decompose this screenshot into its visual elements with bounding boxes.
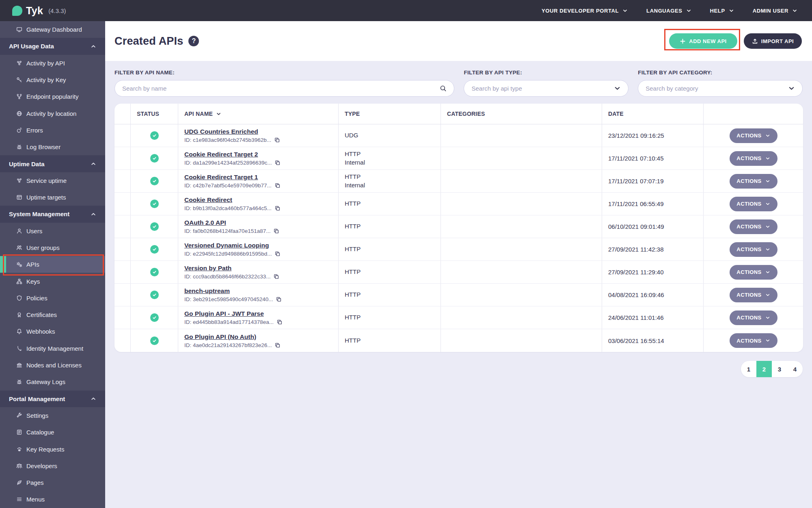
copy-icon[interactable] bbox=[276, 296, 282, 302]
api-name-link[interactable]: Version by Path bbox=[184, 265, 231, 272]
actions-button[interactable]: ACTIONS bbox=[730, 242, 777, 257]
api-name-link[interactable]: Cookie Redirect Target 2 bbox=[184, 151, 258, 158]
sidebar-section-system-management[interactable]: System Management bbox=[0, 206, 105, 222]
topnav-item-languages[interactable]: LANGUAGES bbox=[646, 8, 691, 14]
page-button-2[interactable]: 2 bbox=[756, 361, 772, 377]
filter-select-category[interactable]: Search by category bbox=[638, 80, 803, 97]
sidebar-item-webhooks[interactable]: Webhooks bbox=[0, 323, 105, 340]
copy-icon[interactable] bbox=[276, 319, 283, 325]
api-name-link[interactable]: OAuth 2.0 API bbox=[184, 219, 226, 226]
sidebar-item-gateway-logs[interactable]: Gateway Logs bbox=[0, 373, 105, 390]
copy-icon[interactable] bbox=[273, 228, 279, 234]
api-name-link[interactable]: bench-uptream bbox=[184, 287, 230, 295]
copy-icon[interactable] bbox=[273, 274, 279, 280]
sidebar-item-errors[interactable]: Errors bbox=[0, 122, 105, 139]
page-title: Created APIs bbox=[114, 35, 183, 48]
copy-icon[interactable] bbox=[274, 342, 281, 348]
sidebar-item-service-uptime[interactable]: Service uptime bbox=[0, 172, 105, 189]
topnav: YOUR DEVELOPER PORTALLANGUAGESHELPADMIN … bbox=[542, 8, 797, 14]
topnav-item-admin-user[interactable]: ADMIN USER bbox=[753, 8, 797, 14]
help-icon[interactable]: ? bbox=[188, 36, 199, 46]
sidebar-item-catalogue[interactable]: Catalogue bbox=[0, 424, 105, 441]
sidebar-item-keys[interactable]: Keys bbox=[0, 273, 105, 289]
brand: Tyk (4.3.3) bbox=[12, 5, 66, 17]
sidebar-item-log-browser[interactable]: Log Browser bbox=[0, 139, 105, 155]
actions-button[interactable]: ACTIONS bbox=[730, 288, 777, 302]
sidebar-item-gateway-dashboard[interactable]: Gateway Dashboard bbox=[0, 21, 105, 38]
api-name-link[interactable]: Go Plugin API (No Auth) bbox=[184, 333, 256, 341]
row-spacer-cell bbox=[114, 306, 131, 329]
page-button-4[interactable]: 4 bbox=[787, 361, 803, 377]
column-header-label: TYPE bbox=[345, 111, 360, 117]
api-id: ID: fa0b0268b4124faa70e151a87... bbox=[184, 228, 338, 234]
fork-icon bbox=[16, 93, 22, 100]
sidebar-item-nodes-and-licenses[interactable]: Nodes and Licenses bbox=[0, 357, 105, 373]
sidebar-item-identity-management[interactable]: Identity Management bbox=[0, 340, 105, 357]
actions-button[interactable]: ACTIONS bbox=[730, 219, 777, 234]
topnav-item-help[interactable]: HELP bbox=[710, 8, 734, 14]
add-new-api-button[interactable]: ADD NEW API bbox=[669, 33, 737, 49]
sidebar-section-api-usage-data[interactable]: API Usage Data bbox=[0, 38, 105, 54]
status-active-icon bbox=[150, 245, 159, 254]
page-button-1[interactable]: 1 bbox=[741, 361, 756, 377]
type-value: HTTP bbox=[345, 336, 441, 345]
sidebar-item-endpoint-popularity[interactable]: Endpoint popularity bbox=[0, 88, 105, 105]
api-name-link[interactable]: Go Plugin API - JWT Parse bbox=[184, 310, 264, 317]
status-cell bbox=[131, 329, 178, 352]
page-button-3[interactable]: 3 bbox=[772, 361, 787, 377]
brand-version: (4.3.3) bbox=[48, 7, 66, 14]
type-cell: UDG bbox=[339, 124, 441, 147]
column-header-api-name[interactable]: API NAME bbox=[178, 104, 339, 124]
sidebar-item-settings[interactable]: Settings bbox=[0, 407, 105, 424]
actions-button[interactable]: ACTIONS bbox=[730, 151, 777, 166]
sidebar-item-label: Users bbox=[26, 228, 42, 234]
chevron-down-icon bbox=[765, 247, 770, 252]
search-input-field[interactable] bbox=[122, 85, 440, 92]
sidebar-item-uptime-targets[interactable]: Uptime targets bbox=[0, 189, 105, 206]
actions-button[interactable]: ACTIONS bbox=[730, 174, 777, 189]
sidebar-section-uptime-data[interactable]: Uptime Data bbox=[0, 155, 105, 172]
import-api-button[interactable]: IMPORT API bbox=[744, 33, 802, 49]
sidebar-item-activity-by-key[interactable]: Activity by Key bbox=[0, 72, 105, 88]
topnav-item-your-developer-portal[interactable]: YOUR DEVELOPER PORTAL bbox=[542, 8, 628, 14]
sidebar-item-certificates[interactable]: Certificates bbox=[0, 306, 105, 323]
filter-select-api-type[interactable]: Search by api type bbox=[464, 80, 628, 97]
sidebar-item-pages[interactable]: Pages bbox=[0, 474, 105, 491]
sidebar-item-policies[interactable]: Policies bbox=[0, 290, 105, 306]
api-name-link[interactable]: Cookie Redirect Target 1 bbox=[184, 174, 258, 181]
row-spacer-cell bbox=[114, 124, 131, 147]
sidebar-item-menus[interactable]: Menus bbox=[0, 491, 105, 508]
api-name-link[interactable]: UDG Countries Enriched bbox=[184, 128, 258, 135]
sidebar-item-apis[interactable]: APIs bbox=[0, 256, 105, 273]
api-name-link[interactable]: Cookie Redirect bbox=[184, 196, 232, 204]
type-value: HTTP bbox=[345, 222, 441, 230]
copy-icon[interactable] bbox=[274, 182, 281, 189]
sidebar-item-key-requests[interactable]: Key Requests bbox=[0, 441, 105, 457]
actions-button[interactable]: ACTIONS bbox=[730, 128, 777, 143]
sidebar-item-activity-by-location[interactable]: Activity by location bbox=[0, 105, 105, 122]
sidebar-item-users[interactable]: Users bbox=[0, 223, 105, 239]
type-value: HTTP bbox=[345, 245, 441, 253]
sidebar-section-portal-management[interactable]: Portal Management bbox=[0, 391, 105, 407]
sidebar-item-activity-by-api[interactable]: Activity by API bbox=[0, 55, 105, 72]
row-spacer-cell bbox=[114, 238, 131, 261]
sidebar-item-user-groups[interactable]: User groups bbox=[0, 239, 105, 256]
actions-button[interactable]: ACTIONS bbox=[730, 333, 777, 348]
api-name-link[interactable]: Versioned Dynamic Looping bbox=[184, 242, 269, 249]
copy-icon[interactable] bbox=[274, 137, 280, 143]
api-name-cell: Versioned Dynamic LoopingID: e22945fc12d… bbox=[178, 238, 339, 261]
copy-icon[interactable] bbox=[274, 205, 281, 211]
actions-button[interactable]: ACTIONS bbox=[730, 197, 777, 211]
date-value: 17/11/2021 07:10:45 bbox=[608, 155, 703, 162]
molecule-icon bbox=[16, 60, 22, 66]
row-spacer-cell bbox=[114, 193, 131, 215]
actions-button[interactable]: ACTIONS bbox=[730, 265, 777, 280]
copy-icon[interactable] bbox=[274, 251, 281, 257]
search-input[interactable] bbox=[114, 80, 454, 97]
categories-cell bbox=[441, 193, 602, 215]
sidebar-item-developers[interactable]: Developers bbox=[0, 458, 105, 474]
copy-icon[interactable] bbox=[274, 160, 281, 166]
menu-icon bbox=[16, 496, 22, 502]
actions-button[interactable]: ACTIONS bbox=[730, 310, 777, 325]
sidebar-item-label: Settings bbox=[26, 412, 48, 419]
